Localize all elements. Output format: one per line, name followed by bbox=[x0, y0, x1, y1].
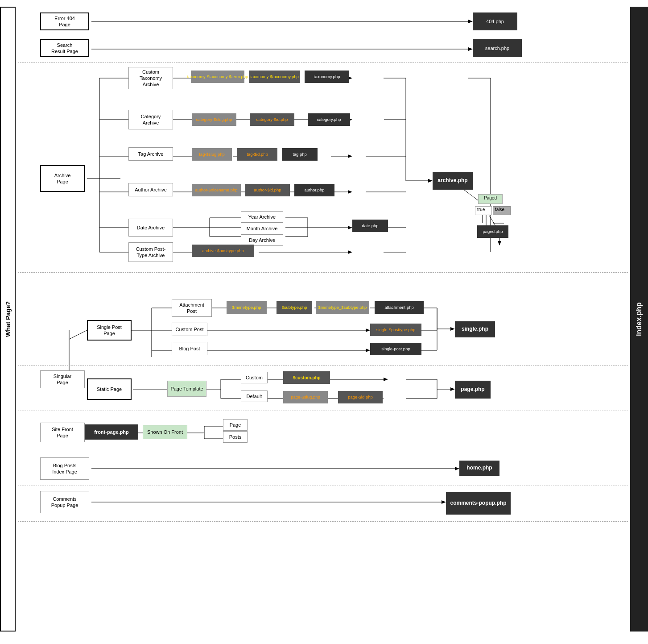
sep2 bbox=[18, 62, 628, 63]
date-archive-box: Date Archive bbox=[128, 219, 173, 237]
attachment-post-box: AttachmentPost bbox=[172, 299, 212, 317]
svg-marker-1 bbox=[468, 20, 473, 23]
sep5 bbox=[18, 411, 628, 411]
archive-php-file: archive.php bbox=[433, 172, 473, 190]
comments-popup-box: CommentsPopup Page bbox=[40, 491, 89, 513]
svg-marker-101 bbox=[450, 387, 455, 391]
archive-posttype-file: archive-$posttype.php bbox=[192, 245, 254, 257]
sep3 bbox=[18, 272, 628, 273]
page-php-file: page.php bbox=[455, 381, 491, 399]
subtype-file: $subtype.php bbox=[277, 301, 312, 314]
comments-popup-php-file: comments-popup.php bbox=[446, 492, 511, 515]
taxonomy-slug-term-file: taxonomy-$taxonomy-$term.php bbox=[191, 71, 244, 83]
shown-on-front-box: Shown On Front bbox=[143, 425, 187, 439]
search-result-box: SearchResult Page bbox=[40, 39, 89, 57]
singular-page-box: SingularPage bbox=[40, 370, 85, 388]
svg-marker-45 bbox=[348, 250, 352, 254]
custom-php-file: $custom.php bbox=[283, 371, 330, 384]
svg-line-63 bbox=[69, 330, 87, 339]
front-page-php-file: front-page.php bbox=[85, 424, 138, 440]
blog-posts-index-box: Blog PostsIndex Page bbox=[40, 457, 89, 480]
sep8 bbox=[18, 521, 628, 522]
page-slug-file: page-$slug.php bbox=[283, 391, 328, 403]
custom-node: Custom bbox=[241, 372, 268, 383]
paged-box: Paged bbox=[478, 194, 503, 204]
front-posts-node: Posts bbox=[223, 431, 248, 443]
svg-marker-56 bbox=[428, 179, 433, 183]
attachment-file: attachment.php bbox=[375, 301, 424, 314]
category-slug-file: category-$slug.php bbox=[192, 113, 236, 126]
sep1 bbox=[18, 35, 628, 35]
blog-post-box: Blog Post bbox=[172, 342, 207, 355]
month-archive-box: Month Archive bbox=[241, 223, 283, 234]
svg-marker-3 bbox=[468, 47, 473, 51]
page-template-box: Page Template bbox=[167, 381, 206, 397]
svg-marker-78 bbox=[366, 349, 370, 352]
tag-file: tag.php bbox=[282, 148, 318, 161]
paged-false: false bbox=[493, 206, 511, 215]
date-file: date.php bbox=[352, 220, 388, 232]
paged-true: true bbox=[475, 206, 492, 215]
site-front-page-box: Site FrontPage bbox=[40, 423, 85, 442]
category-file: category.php bbox=[308, 113, 350, 126]
author-file: author.php bbox=[294, 184, 334, 196]
tag-slug-file: tag-$slug.php bbox=[192, 148, 232, 161]
author-nicename-file: author-$nicename.php bbox=[192, 184, 241, 196]
mimetype-file: $mimetype.php bbox=[227, 301, 267, 314]
svg-marker-62 bbox=[498, 241, 501, 245]
custom-post-type-archive-box: Custom Post-Type Archive bbox=[128, 242, 173, 262]
paged-php-file: paged.php bbox=[477, 225, 508, 238]
year-archive-box: Year Archive bbox=[241, 211, 283, 223]
archive-page-box: ArchivePage bbox=[40, 165, 85, 192]
search-file: search.php bbox=[473, 39, 522, 57]
svg-marker-26 bbox=[348, 154, 352, 158]
single-php-file: single.php bbox=[455, 321, 495, 337]
tag-archive-box: Tag Archive bbox=[128, 147, 173, 161]
svg-marker-42 bbox=[348, 226, 352, 229]
taxonomy-slug-file: taxonomy-$taxonomy.php bbox=[249, 71, 300, 83]
taxonomy-file: taxonomy.php bbox=[305, 71, 349, 83]
default-node: Default bbox=[241, 391, 268, 402]
error-404-file: 404.php bbox=[473, 12, 517, 30]
single-post-page-box: Single PostPage bbox=[87, 320, 132, 341]
author-archive-box: Author Archive bbox=[128, 183, 173, 196]
sep6 bbox=[18, 451, 628, 451]
diagram-area: Error 404Page 404.php SearchResult Page … bbox=[18, 4, 628, 640]
custom-post-box: Custom Post bbox=[172, 323, 207, 336]
category-id-file: category-$id.php bbox=[250, 113, 294, 126]
sep7 bbox=[18, 486, 628, 486]
svg-marker-31 bbox=[348, 190, 352, 194]
svg-marker-76 bbox=[366, 328, 370, 332]
svg-marker-93 bbox=[384, 378, 388, 381]
front-page-node: Page bbox=[223, 419, 248, 431]
author-id-file: author-$id.php bbox=[245, 184, 290, 196]
page-id-file: page-$id.php bbox=[338, 391, 383, 403]
index-php-label: index.php bbox=[630, 7, 648, 632]
single-post-file: single-post.php bbox=[370, 343, 421, 355]
single-posttype-file: single-$posttype.php bbox=[370, 324, 421, 336]
svg-marker-109 bbox=[455, 467, 459, 470]
custom-taxonomy-box: CustomTaxonomyArchive bbox=[128, 67, 173, 89]
svg-marker-85 bbox=[450, 327, 455, 331]
what-page-label: What Page? bbox=[0, 7, 16, 632]
mimetype-subtype-file: $mimetype_$subtype.php bbox=[316, 301, 369, 314]
category-archive-box: CategoryArchive bbox=[128, 110, 173, 129]
tag-id-file: tag-$id.php bbox=[237, 148, 277, 161]
error-404-box: Error 404Page bbox=[40, 12, 89, 30]
sep4 bbox=[18, 365, 628, 366]
svg-marker-111 bbox=[442, 500, 446, 504]
home-php-file: home.php bbox=[459, 461, 499, 476]
static-page-box: Static Page bbox=[87, 378, 132, 400]
